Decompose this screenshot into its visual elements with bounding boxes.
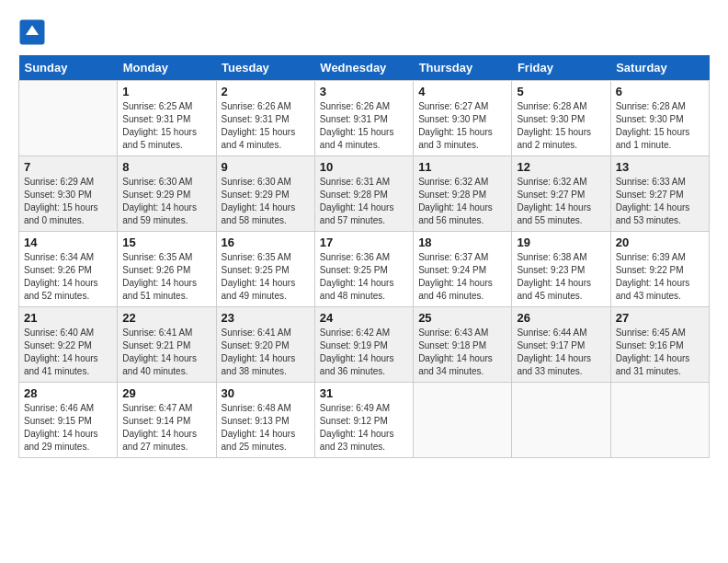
calendar-week-row: 21Sunrise: 6:40 AM Sunset: 9:22 PM Dayli…: [19, 307, 710, 383]
day-number: 26: [517, 311, 605, 325]
day-number: 15: [122, 236, 210, 249]
calendar-cell: 14Sunrise: 6:34 AM Sunset: 9:26 PM Dayli…: [19, 232, 118, 307]
calendar-cell: 4Sunrise: 6:27 AM Sunset: 9:30 PM Daylig…: [414, 81, 512, 156]
day-number: 16: [222, 236, 310, 249]
day-info: Sunrise: 6:31 AM Sunset: 9:28 PM Dayligh…: [320, 176, 408, 227]
calendar-cell: 9Sunrise: 6:30 AM Sunset: 9:29 PM Daylig…: [216, 156, 314, 232]
calendar-cell: [610, 383, 709, 458]
calendar-cell: 12Sunrise: 6:32 AM Sunset: 9:27 PM Dayli…: [512, 156, 610, 232]
day-info: Sunrise: 6:41 AM Sunset: 9:20 PM Dayligh…: [222, 327, 310, 378]
weekday-header-thursday: Thursday: [414, 55, 512, 81]
calendar-table: SundayMondayTuesdayWednesdayThursdayFrid…: [18, 55, 710, 458]
day-info: Sunrise: 6:26 AM Sunset: 9:31 PM Dayligh…: [222, 100, 310, 152]
day-info: Sunrise: 6:27 AM Sunset: 9:30 PM Dayligh…: [418, 100, 506, 152]
day-number: 19: [517, 236, 605, 249]
weekday-header-friday: Friday: [512, 55, 610, 81]
day-number: 22: [122, 311, 210, 325]
day-number: 8: [122, 160, 210, 174]
day-number: 4: [418, 85, 506, 98]
day-number: 18: [418, 236, 506, 249]
day-info: Sunrise: 6:30 AM Sunset: 9:29 PM Dayligh…: [222, 176, 310, 227]
calendar-cell: 31Sunrise: 6:49 AM Sunset: 9:12 PM Dayli…: [314, 383, 413, 458]
calendar-cell: 2Sunrise: 6:26 AM Sunset: 9:31 PM Daylig…: [216, 81, 314, 156]
day-info: Sunrise: 6:25 AM Sunset: 9:31 PM Dayligh…: [122, 100, 210, 152]
calendar-week-row: 14Sunrise: 6:34 AM Sunset: 9:26 PM Dayli…: [19, 232, 710, 307]
calendar-cell: 22Sunrise: 6:41 AM Sunset: 9:21 PM Dayli…: [118, 307, 216, 383]
day-info: Sunrise: 6:38 AM Sunset: 9:23 PM Dayligh…: [517, 251, 605, 303]
page-header: [18, 18, 710, 46]
day-number: 9: [222, 160, 310, 174]
calendar-cell: 5Sunrise: 6:28 AM Sunset: 9:30 PM Daylig…: [512, 81, 610, 156]
day-number: 11: [418, 160, 506, 174]
calendar-cell: 11Sunrise: 6:32 AM Sunset: 9:28 PM Dayli…: [414, 156, 512, 232]
calendar-cell: 8Sunrise: 6:30 AM Sunset: 9:29 PM Daylig…: [118, 156, 216, 232]
day-info: Sunrise: 6:40 AM Sunset: 9:22 PM Dayligh…: [24, 327, 112, 378]
calendar-week-row: 7Sunrise: 6:29 AM Sunset: 9:30 PM Daylig…: [19, 156, 710, 232]
calendar-cell: 21Sunrise: 6:40 AM Sunset: 9:22 PM Dayli…: [19, 307, 118, 383]
day-info: Sunrise: 6:35 AM Sunset: 9:25 PM Dayligh…: [222, 251, 310, 303]
day-number: 14: [24, 236, 112, 249]
calendar-cell: 13Sunrise: 6:33 AM Sunset: 9:27 PM Dayli…: [610, 156, 709, 232]
day-info: Sunrise: 6:29 AM Sunset: 9:30 PM Dayligh…: [24, 176, 112, 227]
weekday-header-saturday: Saturday: [610, 55, 709, 81]
day-info: Sunrise: 6:46 AM Sunset: 9:15 PM Dayligh…: [24, 402, 112, 454]
day-info: Sunrise: 6:42 AM Sunset: 9:19 PM Dayligh…: [320, 327, 408, 378]
calendar-cell: 16Sunrise: 6:35 AM Sunset: 9:25 PM Dayli…: [216, 232, 314, 307]
day-info: Sunrise: 6:48 AM Sunset: 9:13 PM Dayligh…: [222, 402, 310, 454]
day-info: Sunrise: 6:36 AM Sunset: 9:25 PM Dayligh…: [320, 251, 408, 303]
calendar-cell: 1Sunrise: 6:25 AM Sunset: 9:31 PM Daylig…: [118, 81, 216, 156]
day-info: Sunrise: 6:41 AM Sunset: 9:21 PM Dayligh…: [122, 327, 210, 378]
day-number: 12: [517, 160, 605, 174]
day-info: Sunrise: 6:35 AM Sunset: 9:26 PM Dayligh…: [122, 251, 210, 303]
calendar-cell: 29Sunrise: 6:47 AM Sunset: 9:14 PM Dayli…: [118, 383, 216, 458]
day-info: Sunrise: 6:43 AM Sunset: 9:18 PM Dayligh…: [418, 327, 506, 378]
svg-rect-2: [24, 35, 40, 38]
day-number: 29: [122, 386, 210, 400]
calendar-cell: 6Sunrise: 6:28 AM Sunset: 9:30 PM Daylig…: [610, 81, 709, 156]
calendar-cell: [512, 383, 610, 458]
day-number: 10: [320, 160, 408, 174]
weekday-header-tuesday: Tuesday: [216, 55, 314, 81]
day-number: 30: [222, 386, 310, 400]
day-info: Sunrise: 6:33 AM Sunset: 9:27 PM Dayligh…: [616, 176, 704, 227]
calendar-cell: 17Sunrise: 6:36 AM Sunset: 9:25 PM Dayli…: [314, 232, 413, 307]
day-info: Sunrise: 6:45 AM Sunset: 9:16 PM Dayligh…: [616, 327, 704, 378]
day-number: 1: [122, 85, 210, 98]
calendar-cell: 27Sunrise: 6:45 AM Sunset: 9:16 PM Dayli…: [610, 307, 709, 383]
day-info: Sunrise: 6:26 AM Sunset: 9:31 PM Dayligh…: [320, 100, 408, 152]
day-number: 3: [320, 85, 408, 98]
day-number: 23: [222, 311, 310, 325]
calendar-cell: 20Sunrise: 6:39 AM Sunset: 9:22 PM Dayli…: [610, 232, 709, 307]
day-info: Sunrise: 6:28 AM Sunset: 9:30 PM Dayligh…: [616, 100, 704, 152]
logo: [18, 18, 50, 46]
day-number: 25: [418, 311, 506, 325]
day-info: Sunrise: 6:47 AM Sunset: 9:14 PM Dayligh…: [122, 402, 210, 454]
calendar-cell: 23Sunrise: 6:41 AM Sunset: 9:20 PM Dayli…: [216, 307, 314, 383]
calendar-cell: 30Sunrise: 6:48 AM Sunset: 9:13 PM Dayli…: [216, 383, 314, 458]
day-number: 28: [24, 386, 112, 400]
calendar-cell: 26Sunrise: 6:44 AM Sunset: 9:17 PM Dayli…: [512, 307, 610, 383]
calendar-week-row: 28Sunrise: 6:46 AM Sunset: 9:15 PM Dayli…: [19, 383, 710, 458]
calendar-cell: 18Sunrise: 6:37 AM Sunset: 9:24 PM Dayli…: [414, 232, 512, 307]
calendar-cell: 19Sunrise: 6:38 AM Sunset: 9:23 PM Dayli…: [512, 232, 610, 307]
calendar-cell: 7Sunrise: 6:29 AM Sunset: 9:30 PM Daylig…: [19, 156, 118, 232]
calendar-cell: 3Sunrise: 6:26 AM Sunset: 9:31 PM Daylig…: [314, 81, 413, 156]
calendar-cell: 24Sunrise: 6:42 AM Sunset: 9:19 PM Dayli…: [314, 307, 413, 383]
day-number: 5: [517, 85, 605, 98]
weekday-header-wednesday: Wednesday: [314, 55, 413, 81]
day-info: Sunrise: 6:49 AM Sunset: 9:12 PM Dayligh…: [320, 402, 408, 454]
weekday-header-row: SundayMondayTuesdayWednesdayThursdayFrid…: [19, 55, 710, 81]
day-info: Sunrise: 6:34 AM Sunset: 9:26 PM Dayligh…: [24, 251, 112, 303]
calendar-cell: 25Sunrise: 6:43 AM Sunset: 9:18 PM Dayli…: [414, 307, 512, 383]
day-info: Sunrise: 6:32 AM Sunset: 9:28 PM Dayligh…: [418, 176, 506, 227]
day-info: Sunrise: 6:39 AM Sunset: 9:22 PM Dayligh…: [616, 251, 704, 303]
weekday-header-monday: Monday: [118, 55, 216, 81]
calendar-cell: [414, 383, 512, 458]
day-info: Sunrise: 6:37 AM Sunset: 9:24 PM Dayligh…: [418, 251, 506, 303]
day-number: 13: [616, 160, 704, 174]
day-number: 24: [320, 311, 408, 325]
day-info: Sunrise: 6:44 AM Sunset: 9:17 PM Dayligh…: [517, 327, 605, 378]
day-number: 6: [616, 85, 704, 98]
day-number: 21: [24, 311, 112, 325]
day-info: Sunrise: 6:30 AM Sunset: 9:29 PM Dayligh…: [122, 176, 210, 227]
